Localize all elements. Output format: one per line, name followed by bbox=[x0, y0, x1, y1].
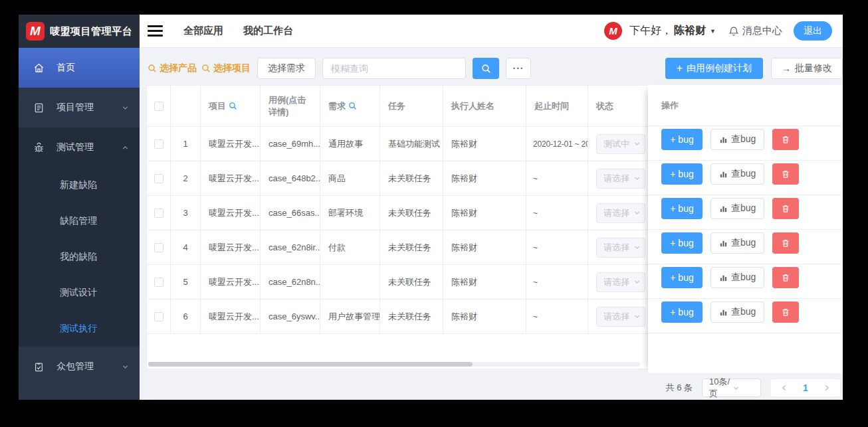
row-checkbox[interactable] bbox=[154, 243, 163, 252]
pagination: 共 6 条 10条/页 1 bbox=[140, 379, 841, 397]
sidebar-item-project-management[interactable]: 项目管理 bbox=[19, 88, 140, 128]
select-all-checkbox[interactable] bbox=[154, 102, 163, 111]
delete-button[interactable] bbox=[772, 267, 799, 288]
horizontal-scrollbar[interactable] bbox=[148, 362, 640, 367]
scrollbar-thumb[interactable] bbox=[148, 362, 473, 367]
app-window: M 唛盟项目管理平台 首页项目管理测试管理新建缺陷缺陷管理我的缺陷测试设计测试执… bbox=[19, 15, 843, 400]
delete-button[interactable] bbox=[772, 198, 799, 219]
view-bug-button[interactable]: 查bug bbox=[710, 301, 764, 323]
sidebar-item-home[interactable]: 首页 bbox=[19, 48, 140, 88]
select-demand-button[interactable]: 选择需求 bbox=[257, 58, 316, 79]
total-count: 共 6 条 bbox=[666, 382, 693, 394]
hamburger-menu-icon[interactable] bbox=[148, 25, 163, 37]
username: 陈裕财 bbox=[674, 24, 706, 38]
status-select[interactable]: 请选择 bbox=[596, 203, 645, 223]
cell-daterange: ~ bbox=[526, 299, 588, 333]
add-bug-button[interactable]: + bug bbox=[661, 301, 703, 323]
add-bug-button[interactable]: + bug bbox=[661, 129, 703, 150]
cell-daterange: ~ bbox=[526, 161, 588, 195]
search-icon bbox=[201, 64, 211, 73]
current-page[interactable]: 1 bbox=[795, 383, 816, 393]
status-select[interactable]: 请选择 bbox=[596, 307, 645, 327]
row-checkbox[interactable] bbox=[154, 139, 163, 149]
navbar-right: M 下午好，陈裕财 ▼ 消息中心 退出 bbox=[604, 21, 843, 41]
view-bug-button[interactable]: 查bug bbox=[710, 232, 764, 254]
tab-all-apps[interactable]: 全部应用 bbox=[183, 25, 223, 37]
select-product-link[interactable]: 选择产品 bbox=[148, 62, 197, 74]
fuzzy-search-input[interactable] bbox=[322, 58, 466, 79]
trash-icon bbox=[781, 307, 790, 317]
sidebar-item-test-design[interactable]: 测试设计 bbox=[19, 275, 140, 311]
delete-button[interactable] bbox=[772, 163, 799, 185]
doc-icon bbox=[33, 102, 45, 114]
delete-button[interactable] bbox=[772, 129, 799, 150]
message-center-label: 消息中心 bbox=[742, 25, 782, 37]
more-filters-button[interactable]: ··· bbox=[506, 58, 531, 79]
message-center-link[interactable]: 消息中心 bbox=[728, 25, 782, 37]
sidebar-item-my-defects[interactable]: 我的缺陷 bbox=[19, 239, 140, 275]
row-checkbox[interactable] bbox=[154, 174, 163, 183]
sidebar-item-test-management[interactable]: 测试管理 bbox=[19, 128, 140, 167]
sidebar-item-crowdsource-management[interactable]: 众包管理 bbox=[19, 347, 140, 386]
view-bug-button[interactable]: 查bug bbox=[710, 267, 764, 288]
batch-edit-button[interactable]: →批量修改 bbox=[771, 58, 843, 79]
row-checkbox-cell bbox=[147, 265, 171, 299]
cell-daterange: ~ bbox=[526, 196, 588, 230]
next-page-button[interactable] bbox=[816, 384, 837, 392]
arrow-right-icon: → bbox=[782, 63, 791, 74]
column-search-icon[interactable] bbox=[348, 102, 357, 110]
create-plan-button[interactable]: +由用例创建计划 bbox=[665, 58, 763, 79]
delete-button[interactable] bbox=[772, 301, 799, 323]
column-search-icon[interactable] bbox=[229, 102, 237, 110]
select-project-link[interactable]: 选择项目 bbox=[201, 62, 251, 74]
cell-demand: 商品 bbox=[320, 161, 380, 195]
search-button[interactable] bbox=[473, 58, 499, 79]
prev-page-button[interactable] bbox=[774, 384, 795, 392]
row-checkbox[interactable] bbox=[154, 209, 163, 218]
row-checkbox[interactable] bbox=[154, 278, 163, 287]
app-title: 唛盟项目管理平台 bbox=[50, 25, 132, 38]
cell-usecase: case_69mh... bbox=[261, 127, 320, 161]
chevron-down-icon bbox=[633, 140, 641, 147]
row-index: 3 bbox=[171, 196, 201, 230]
bar-chart-icon bbox=[719, 239, 728, 248]
sidebar-item-partial-item[interactable]: 结算管理 bbox=[19, 386, 140, 400]
action-row: + bug查bug bbox=[648, 126, 843, 161]
cell-demand: 通用故事 bbox=[320, 127, 380, 161]
sidebar-item-label: 测试设计 bbox=[60, 287, 97, 299]
column-header-demand: 需求 bbox=[320, 86, 380, 126]
cell-executor: 陈裕财 bbox=[443, 299, 526, 333]
app-logo: M bbox=[26, 22, 45, 41]
status-select[interactable]: 测试中 bbox=[596, 134, 645, 154]
main-content: 选择产品 选择项目 选择需求 ··· +由用例创建计划 →批量修改 bbox=[140, 48, 843, 400]
tab-my-workbench[interactable]: 我的工作台 bbox=[243, 25, 293, 37]
view-bug-button[interactable]: 查bug bbox=[710, 198, 764, 219]
cell-project: 唛盟云开发... bbox=[201, 230, 261, 264]
action-row: + bug查bug bbox=[648, 195, 843, 230]
status-select[interactable]: 请选择 bbox=[596, 272, 645, 292]
row-checkbox[interactable] bbox=[154, 312, 163, 321]
status-select[interactable]: 请选择 bbox=[596, 169, 645, 189]
status-select[interactable]: 请选择 bbox=[596, 238, 645, 258]
sidebar-item-test-execution[interactable]: 测试执行 bbox=[19, 311, 140, 347]
chevron-down-icon bbox=[122, 363, 129, 371]
add-bug-button[interactable]: + bug bbox=[661, 267, 703, 288]
action-row: + bug查bug bbox=[648, 161, 843, 195]
sidebar-item-defect-management[interactable]: 缺陷管理 bbox=[19, 203, 140, 239]
logout-button[interactable]: 退出 bbox=[794, 21, 832, 41]
page-size-select[interactable]: 10条/页 bbox=[702, 379, 761, 397]
action-rows: + bug查bug+ bug查bug+ bug查bug+ bug查bug+ bu… bbox=[648, 126, 843, 333]
cell-task: 未关联任务 bbox=[380, 265, 443, 299]
sidebar-item-label: 我的缺陷 bbox=[60, 251, 97, 263]
view-bug-button[interactable]: 查bug bbox=[710, 163, 764, 185]
pager: 1 bbox=[770, 379, 841, 397]
view-bug-button[interactable]: 查bug bbox=[710, 129, 764, 150]
search-icon bbox=[148, 64, 157, 73]
add-bug-button[interactable]: + bug bbox=[661, 163, 703, 185]
add-bug-button[interactable]: + bug bbox=[661, 232, 703, 254]
add-bug-button[interactable]: + bug bbox=[661, 198, 703, 219]
sidebar-item-new-defect[interactable]: 新建缺陷 bbox=[19, 167, 140, 203]
row-index: 5 bbox=[171, 265, 201, 299]
user-menu[interactable]: 下午好，陈裕财 ▼ bbox=[629, 24, 716, 38]
delete-button[interactable] bbox=[772, 232, 799, 254]
